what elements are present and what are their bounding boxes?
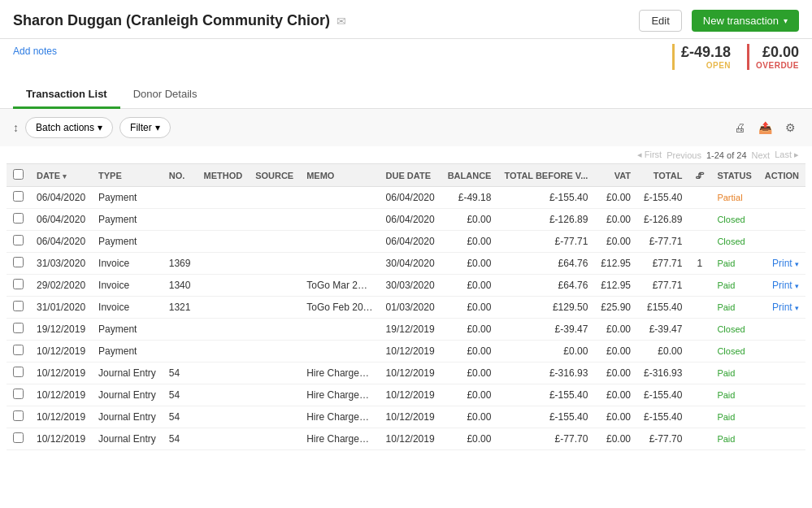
pagination-prev[interactable]: Previous — [667, 150, 701, 160]
row-due-date: 19/12/2019 — [380, 319, 441, 341]
header-status[interactable]: STATUS — [710, 164, 758, 187]
row-due-date: 06/04/2020 — [380, 187, 441, 209]
row-balance: £0.00 — [441, 428, 498, 450]
row-due-date: 30/03/2020 — [380, 275, 441, 297]
open-summary: £-49.18 OPEN — [672, 44, 731, 70]
row-action[interactable]: Print ▾ — [758, 297, 805, 319]
print-action-link[interactable]: Print ▾ — [772, 302, 799, 313]
row-checkbox[interactable] — [13, 235, 24, 245]
add-notes-link[interactable]: Add notes — [13, 46, 57, 57]
header-date[interactable]: DATE ▾ — [30, 164, 92, 187]
row-due-date: 10/12/2019 — [380, 384, 441, 406]
header-due-date[interactable]: DUE DATE — [380, 164, 441, 187]
row-method — [197, 319, 249, 341]
row-checkbox[interactable] — [13, 432, 24, 443]
header-source[interactable]: SOURCE — [249, 164, 300, 187]
header-total[interactable]: TOTAL — [637, 164, 688, 187]
toolbar: ↕ Batch actions ▾ Filter ▾ 🖨 📤 ⚙ — [0, 109, 812, 146]
row-date: 31/03/2020 — [30, 253, 92, 275]
row-balance: £0.00 — [441, 363, 498, 384]
row-checkbox-cell — [7, 253, 30, 275]
row-type: Payment — [92, 341, 163, 363]
print-action-link[interactable]: Print ▾ — [772, 258, 799, 269]
row-source — [249, 187, 300, 209]
row-total-before-vat: £-155.40 — [497, 187, 594, 209]
email-icon[interactable]: ✉ — [337, 15, 346, 28]
row-checkbox[interactable] — [13, 410, 24, 421]
row-attach: 1 — [688, 253, 710, 275]
pagination-first[interactable]: ◂ First — [637, 150, 662, 160]
row-total: £-155.40 — [637, 187, 688, 209]
row-method — [197, 341, 249, 363]
tab-transaction-list[interactable]: Transaction List — [13, 81, 120, 109]
row-attach — [688, 428, 710, 450]
row-total-before-vat: £129.50 — [497, 297, 594, 319]
row-vat: £0.00 — [594, 428, 637, 450]
row-memo: ToGo Feb 20… — [300, 297, 379, 319]
table-row: 10/12/2019 Journal Entry 54 Hire Charge…… — [7, 384, 805, 406]
row-type: Payment — [92, 209, 163, 231]
row-total-before-vat: £-39.47 — [497, 319, 594, 341]
row-date: 10/12/2019 — [30, 428, 92, 450]
row-no: 54 — [163, 363, 198, 384]
settings-icon[interactable]: ⚙ — [782, 119, 799, 136]
row-checkbox-cell — [7, 209, 30, 231]
row-checkbox[interactable] — [13, 367, 24, 377]
header-memo[interactable]: MEMO — [300, 164, 379, 187]
tabs-area: Transaction List Donor Details — [0, 81, 812, 109]
batch-actions-arrow-icon: ▾ — [98, 122, 102, 133]
row-source — [249, 275, 300, 297]
row-checkbox[interactable] — [13, 389, 24, 399]
row-checkbox[interactable] — [13, 257, 24, 267]
row-method — [197, 428, 249, 450]
row-action — [758, 363, 805, 384]
new-transaction-button[interactable]: New transaction ▾ — [692, 10, 799, 32]
row-checkbox-cell — [7, 341, 30, 363]
row-due-date: 10/12/2019 — [380, 428, 441, 450]
edit-button[interactable]: Edit — [639, 10, 681, 32]
row-checkbox[interactable] — [13, 213, 24, 224]
row-checkbox[interactable] — [13, 323, 24, 333]
tab-donor-details[interactable]: Donor Details — [120, 81, 211, 109]
print-action-link[interactable]: Print ▾ — [772, 280, 799, 291]
row-balance: £0.00 — [441, 406, 498, 428]
open-label: OPEN — [681, 61, 731, 70]
row-no — [163, 231, 198, 253]
row-checkbox[interactable] — [13, 279, 24, 289]
header-no[interactable]: NO. — [163, 164, 198, 187]
row-action — [758, 428, 805, 450]
row-type: Journal Entry — [92, 384, 163, 406]
row-vat: £0.00 — [594, 406, 637, 428]
header-total-before-vat[interactable]: TOTAL BEFORE V... — [497, 164, 594, 187]
pagination-last[interactable]: Last ▸ — [775, 150, 799, 160]
row-action[interactable]: Print ▾ — [758, 253, 805, 275]
sort-icon[interactable]: ↕ — [13, 121, 19, 134]
print-icon[interactable]: 🖨 — [731, 119, 749, 136]
header-method[interactable]: METHOD — [197, 164, 249, 187]
header-balance[interactable]: BALANCE — [441, 164, 498, 187]
row-total-before-vat: £64.76 — [497, 253, 594, 275]
row-attach — [688, 297, 710, 319]
export-icon[interactable]: 📤 — [755, 119, 775, 136]
row-checkbox[interactable] — [13, 301, 24, 311]
row-source — [249, 209, 300, 231]
tabs: Transaction List Donor Details — [13, 81, 799, 108]
row-date: 06/04/2020 — [30, 209, 92, 231]
header-vat[interactable]: VAT — [594, 164, 637, 187]
header-type[interactable]: TYPE — [92, 164, 163, 187]
row-checkbox[interactable] — [13, 191, 24, 202]
row-action[interactable]: Print ▾ — [758, 275, 805, 297]
filter-button[interactable]: Filter ▾ — [119, 117, 171, 138]
row-balance: £0.00 — [441, 231, 498, 253]
toolbar-left: ↕ Batch actions ▾ Filter ▾ — [13, 117, 171, 138]
transactions-table: DATE ▾ TYPE NO. METHOD SOURCE MEMO DUE D… — [7, 163, 805, 450]
row-type: Payment — [92, 231, 163, 253]
row-balance: £0.00 — [441, 209, 498, 231]
row-checkbox-cell — [7, 231, 30, 253]
select-all-checkbox[interactable] — [13, 169, 24, 180]
pagination-next[interactable]: Next — [752, 150, 771, 160]
batch-actions-button[interactable]: Batch actions ▾ — [25, 117, 113, 138]
row-memo: ToGo Mar 2… — [300, 275, 379, 297]
row-checkbox[interactable] — [13, 345, 24, 355]
table-row: 10/12/2019 Journal Entry 54 Hire Charge…… — [7, 363, 805, 384]
